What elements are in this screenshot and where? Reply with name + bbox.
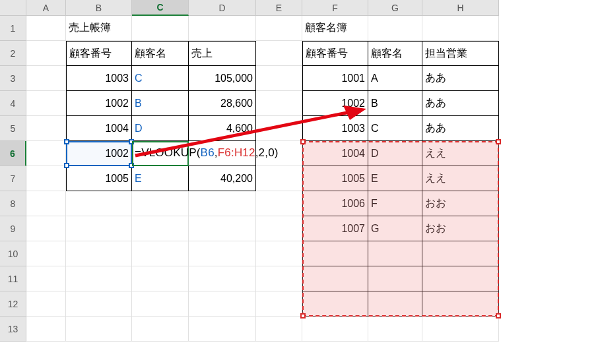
- cell-D13[interactable]: [189, 317, 256, 342]
- cell-A1[interactable]: [26, 16, 66, 41]
- cell-D9[interactable]: [189, 216, 256, 241]
- cell-E7[interactable]: [256, 166, 302, 191]
- cell-H2[interactable]: 担当営業: [422, 41, 499, 66]
- cell-C2[interactable]: 顧客名: [132, 41, 189, 66]
- cell-B10[interactable]: [66, 241, 132, 266]
- cell-G8[interactable]: F: [368, 191, 422, 216]
- cell-A6[interactable]: [26, 141, 66, 166]
- cell-C10[interactable]: [132, 241, 189, 266]
- col-header-B[interactable]: B: [66, 0, 132, 16]
- cell-C3[interactable]: C: [132, 66, 189, 91]
- col-header-C[interactable]: C: [132, 0, 189, 16]
- cell-E6[interactable]: [256, 141, 302, 166]
- cell-C13[interactable]: [132, 317, 189, 342]
- row-header-5[interactable]: 5: [0, 116, 26, 141]
- cell-B8[interactable]: [66, 191, 132, 216]
- cell-C9[interactable]: [132, 216, 189, 241]
- cell-D7[interactable]: 40,200: [189, 166, 256, 191]
- cell-F10[interactable]: [302, 241, 368, 266]
- cell-D10[interactable]: [189, 241, 256, 266]
- row-header-11[interactable]: 11: [0, 266, 26, 291]
- cell-F5[interactable]: 1003: [302, 116, 368, 141]
- cell-D11[interactable]: [189, 266, 256, 291]
- cell-H9[interactable]: おお: [422, 216, 499, 241]
- cell-H11[interactable]: [422, 266, 499, 291]
- cell-F6[interactable]: 1004: [302, 141, 368, 166]
- cell-E8[interactable]: [256, 191, 302, 216]
- cell-C4[interactable]: B: [132, 91, 189, 116]
- cell-G13[interactable]: [368, 317, 422, 342]
- cell-A7[interactable]: [26, 166, 66, 191]
- cell-G6[interactable]: D: [368, 141, 422, 166]
- cell-F12[interactable]: [302, 291, 368, 317]
- row-header-10[interactable]: 10: [0, 241, 26, 266]
- cell-F11[interactable]: [302, 266, 368, 291]
- cell-F13[interactable]: [302, 317, 368, 342]
- cell-H12[interactable]: [422, 291, 499, 317]
- cell-D3[interactable]: 105,000: [189, 66, 256, 91]
- row-header-3[interactable]: 3: [0, 66, 26, 91]
- cell-G11[interactable]: [368, 266, 422, 291]
- cell-H13[interactable]: [422, 317, 499, 342]
- cell-F2[interactable]: 顧客番号: [302, 41, 368, 66]
- col-header-D[interactable]: D: [189, 0, 256, 16]
- row-header-9[interactable]: 9: [0, 216, 26, 241]
- cell-F7[interactable]: 1005: [302, 166, 368, 191]
- cell-C12[interactable]: [132, 291, 189, 317]
- cell-B13[interactable]: [66, 317, 132, 342]
- cell-F8[interactable]: 1006: [302, 191, 368, 216]
- cell-B5[interactable]: 1004: [66, 116, 132, 141]
- row-header-2[interactable]: 2: [0, 41, 26, 66]
- cell-A10[interactable]: [26, 241, 66, 266]
- cell-F3[interactable]: 1001: [302, 66, 368, 91]
- col-header-H[interactable]: H: [422, 0, 499, 16]
- cell-E5[interactable]: [256, 116, 302, 141]
- row-header-1[interactable]: 1: [0, 16, 26, 41]
- cell-C6[interactable]: [132, 141, 189, 166]
- cell-B7[interactable]: 1005: [66, 166, 132, 191]
- select-all-corner[interactable]: [0, 0, 26, 16]
- cell-H7[interactable]: ええ: [422, 166, 499, 191]
- cell-D5[interactable]: 4,600: [189, 116, 256, 141]
- cell-G12[interactable]: [368, 291, 422, 317]
- cell-A12[interactable]: [26, 291, 66, 317]
- col-header-E[interactable]: E: [256, 0, 302, 16]
- cell-D4[interactable]: 28,600: [189, 91, 256, 116]
- cell-D6[interactable]: [189, 141, 256, 166]
- cell-H5[interactable]: ああ: [422, 116, 499, 141]
- cell-H1[interactable]: [422, 16, 499, 41]
- row-header-12[interactable]: 12: [0, 291, 26, 317]
- cell-B11[interactable]: [66, 266, 132, 291]
- col-header-G[interactable]: G: [368, 0, 422, 16]
- cell-A4[interactable]: [26, 91, 66, 116]
- cell-B6[interactable]: 1002: [66, 141, 132, 166]
- cell-H10[interactable]: [422, 241, 499, 266]
- cell-A8[interactable]: [26, 191, 66, 216]
- cell-A2[interactable]: [26, 41, 66, 66]
- cell-G1[interactable]: [368, 16, 422, 41]
- cell-E13[interactable]: [256, 317, 302, 342]
- row-header-13[interactable]: 13: [0, 317, 26, 342]
- row-header-7[interactable]: 7: [0, 166, 26, 191]
- cell-B3[interactable]: 1003: [66, 66, 132, 91]
- cell-D1[interactable]: [189, 16, 256, 41]
- cell-G5[interactable]: C: [368, 116, 422, 141]
- col-header-F[interactable]: F: [302, 0, 368, 16]
- cell-B1[interactable]: 売上帳簿: [66, 16, 132, 41]
- cell-C5[interactable]: D: [132, 116, 189, 141]
- cell-G7[interactable]: E: [368, 166, 422, 191]
- cell-F4[interactable]: 1002: [302, 91, 368, 116]
- cell-B9[interactable]: [66, 216, 132, 241]
- cell-D8[interactable]: [189, 191, 256, 216]
- cell-E1[interactable]: [256, 16, 302, 41]
- row-header-8[interactable]: 8: [0, 191, 26, 216]
- cell-E9[interactable]: [256, 216, 302, 241]
- cell-B2[interactable]: 顧客番号: [66, 41, 132, 66]
- cell-H8[interactable]: おお: [422, 191, 499, 216]
- cell-H3[interactable]: ああ: [422, 66, 499, 91]
- row-header-6[interactable]: 6: [0, 141, 26, 166]
- cell-A5[interactable]: [26, 116, 66, 141]
- cell-C8[interactable]: [132, 191, 189, 216]
- cell-E3[interactable]: [256, 66, 302, 91]
- cell-E10[interactable]: [256, 241, 302, 266]
